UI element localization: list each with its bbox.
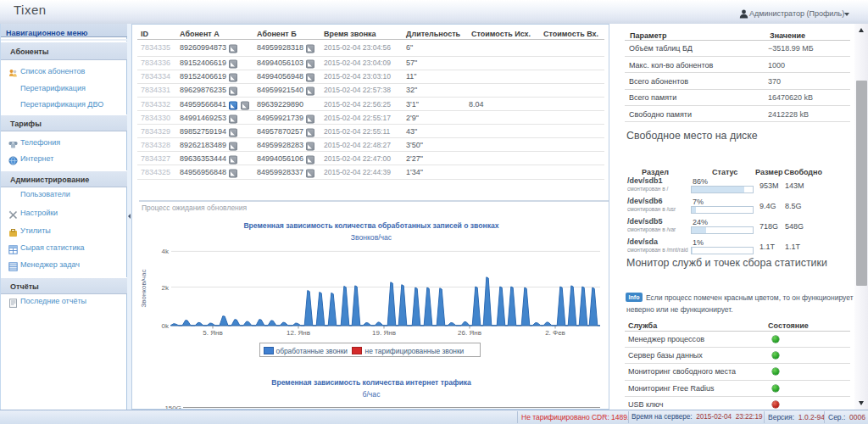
svg-text:5. Янв: 5. Янв: [203, 329, 222, 337]
svg-text:12. Янв: 12. Янв: [287, 329, 310, 337]
svg-text:2k: 2k: [162, 284, 170, 292]
svg-text:Процесс ожидания обновления: Процесс ожидания обновления: [142, 204, 248, 212]
svg-text:2. Фев: 2. Фев: [545, 329, 565, 337]
svg-text:19. Янв: 19. Янв: [372, 329, 396, 337]
svg-text:0k: 0k: [162, 322, 170, 330]
svg-text:б/час: б/час: [363, 390, 381, 399]
svg-text:4k: 4k: [162, 248, 170, 255]
svg-text:26. Янв: 26. Янв: [458, 329, 481, 337]
svg-text:Временная зависимость количест: Временная зависимость количества обработ…: [243, 221, 498, 230]
svg-text:Временная зависимость количест: Временная зависимость количества интерне…: [271, 378, 471, 387]
svg-text:Звонков/час: Звонков/час: [351, 233, 392, 242]
svg-text:150G: 150G: [164, 404, 181, 409]
svg-text:Звонков/час: Звонков/час: [140, 270, 147, 308]
